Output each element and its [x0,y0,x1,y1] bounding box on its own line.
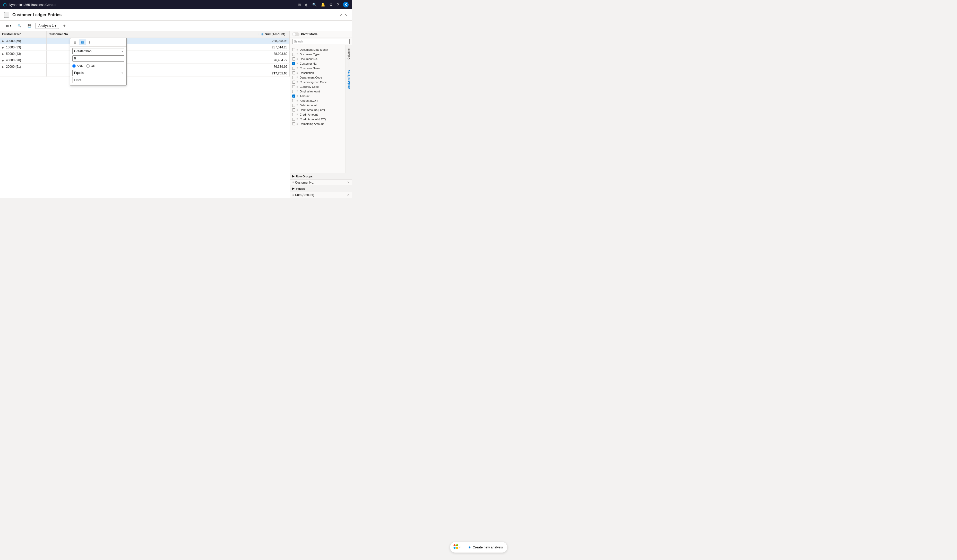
col-checkbox-credit_amount[interactable] [292,113,295,116]
table-row[interactable]: ▶ 20000 (51) 76,339.92 [0,64,290,70]
col-checkbox-credit_amount_lcy[interactable] [292,118,295,121]
col-checkbox-original_amount[interactable] [292,90,295,93]
expand-icon[interactable]: ▶ [2,52,4,55]
col-checkbox-description[interactable] [292,71,295,74]
analysis-tab[interactable]: Analysis 1 ▾ [36,23,59,29]
view-button[interactable]: ⊞ ▾ [4,23,13,28]
col-checkbox-currency_code[interactable] [292,85,295,88]
search-icon[interactable]: 🔍 [312,3,317,7]
col-checkbox-customer_name[interactable] [292,67,295,70]
table-row[interactable]: ▶ 50000 (43) 88,993.80 [0,51,290,57]
col-checkbox-debit_amount_lcy[interactable] [292,109,295,112]
column-item-document_no[interactable]: ⠿ Document No. [290,57,346,61]
col-checkbox-remaining_amount[interactable] [292,122,295,125]
expand-icon[interactable]: ▶ [2,39,4,43]
col-checkbox-document_type[interactable] [292,53,295,56]
col-drag-customer_no: ⠿ [296,62,298,65]
expand-icon[interactable]: ▶ [2,59,4,62]
help-circle-icon[interactable]: ◎ [305,3,308,7]
col-checkbox-department_code[interactable] [292,76,295,79]
filter-radio-or-input[interactable] [86,65,90,68]
add-tab-button[interactable]: + [61,22,68,29]
column-item-currency_code[interactable]: ⠿ Currency Code [290,84,346,89]
column-item-department_code[interactable]: ⠿ Department Code [290,75,346,80]
value-drag: ⠿ [292,194,294,196]
col-drag-remaining_amount: ⠿ [296,123,298,125]
filter-button[interactable]: ⊟ [344,24,347,28]
col-drag-document_date_month: ⠿ [296,48,298,51]
filter-tab-chart[interactable]: ⫶ [87,39,92,45]
filter-tab-list[interactable]: ☰ [71,39,79,45]
column-item-customergroup_code[interactable]: ⠿ Customergroup Code [290,80,346,84]
collapse-button[interactable]: ⤡ [344,13,347,17]
column-item-debit_amount_lcy[interactable]: ⠿ Debit Amount (LCY) [290,107,346,112]
bell-icon[interactable]: 🔔 [321,3,325,7]
filter-condition-2-row: Equals Greater than Less than [70,69,126,85]
columns-side-tab[interactable]: Columns [347,46,351,62]
col-checkbox-customergroup_code[interactable] [292,80,295,84]
expand-icon[interactable]: ▶ [2,46,4,49]
settings-icon[interactable]: ⚙ [329,3,333,7]
column-item-customer_no[interactable]: ✓ ⠿ Customer No. [290,61,346,66]
filter-radio-and-input[interactable] [73,65,76,68]
expand-icon[interactable]: ▶ [2,65,4,68]
column-item-document_type[interactable]: ⠿ Document Type [290,52,346,57]
column-item-description[interactable]: ⠿ Description [290,71,346,75]
filter-condition-2-select[interactable]: Equals Greater than Less than [73,70,124,76]
table-row[interactable]: ▶ 30000 (59) 238,948.93 [0,38,290,44]
column-item-document_date_month[interactable]: ⠿ Document Date Month [290,47,346,52]
column-item-debit_amount[interactable]: ⠿ Debit Amount [290,103,346,107]
column-item-remaining_amount[interactable]: ⠿ Remaining Amount [290,121,346,126]
pivot-toggle-knob [292,33,295,36]
filter-radio-and[interactable]: AND [73,64,83,68]
search-button[interactable]: 🔍 [16,23,24,28]
open-new-window-button[interactable]: ⤢ [340,13,343,17]
row-group-remove-button[interactable]: ✕ [347,181,350,185]
filter-popup-tabs: ☰ ⊟ ⫶ [70,38,126,47]
col-drag-debit_amount: ⠿ [296,104,298,107]
value-remove-button[interactable]: ✕ [347,193,350,197]
col-drag-amount: ⠿ [296,95,298,98]
column-item-original_amount[interactable]: ⠿ Original Amount [290,89,346,94]
filter-radio-or-label: OR [91,64,95,68]
col-checkbox-amount_lcy[interactable] [292,99,295,102]
col-drag-customergroup_code: ⠿ [296,81,298,84]
col-header-customer-no-2[interactable]: Customer No. [46,31,72,38]
grid-icon[interactable]: ⊞ [298,3,301,7]
right-panel: Pivot Mode ⠿ Document Date Month ⠿ Docum… [290,31,352,198]
value-label: Sum(Amount) [295,193,314,197]
filter-condition-2-input[interactable] [73,77,124,83]
table-area: Customer No. Customer No. ↓ ⊟ Sum(Amount… [0,31,290,198]
analysis-filters-side-tab[interactable]: Analysis Filters [347,68,351,91]
col-checkbox-amount[interactable]: ✓ [292,95,295,98]
column-item-customer_name[interactable]: ⠿ Customer Name [290,66,346,71]
row-group-drag: ⠿ [292,181,294,184]
page-title: Customer Ledger Entries [13,13,62,17]
col-header-customer-no-1[interactable]: Customer No. [0,31,46,38]
col-name-amount_lcy: Amount (LCY) [300,99,318,102]
column-item-amount[interactable]: ✓ ⠿ Amount [290,94,346,98]
col-checkbox-document_date_month[interactable] [292,48,295,51]
col-checkbox-document_no[interactable] [292,57,295,60]
filter-condition-1-select[interactable]: Greater than Less than Equals Not equals… [73,48,124,54]
filter-icon: ⊟ [344,24,347,28]
save-button[interactable]: 💾 [25,23,33,28]
col-checkbox-debit_amount[interactable] [292,104,295,107]
question-icon[interactable]: ? [337,3,339,7]
table-row[interactable]: ▶ 40000 (28) 76,454.72 [0,57,290,64]
filter-radio-or[interactable]: OR [86,64,95,68]
column-item-credit_amount[interactable]: ⠿ Credit Amount [290,112,346,117]
user-avatar[interactable]: K [343,2,349,8]
filter-tab-filter[interactable]: ⊟ [79,39,86,45]
col-header-sum-amount[interactable]: ↓ ⊟ Sum(Amount) [72,31,290,38]
filter-condition-1-input[interactable] [73,55,124,62]
column-item-credit_amount_lcy[interactable]: ⠿ Credit Amount (LCY) [290,117,346,121]
column-search-input[interactable] [292,39,350,44]
col-drag-amount_lcy: ⠿ [296,99,298,102]
pivot-mode-toggle[interactable] [292,32,299,36]
col-name-document_type: Document Type [300,53,319,56]
back-button[interactable]: ← [4,12,9,18]
column-item-amount_lcy[interactable]: ⠿ Amount (LCY) [290,98,346,103]
col-checkbox-customer_no[interactable]: ✓ [292,62,295,65]
table-row[interactable]: ▶ 10000 (33) 237,014.28 [0,44,290,51]
